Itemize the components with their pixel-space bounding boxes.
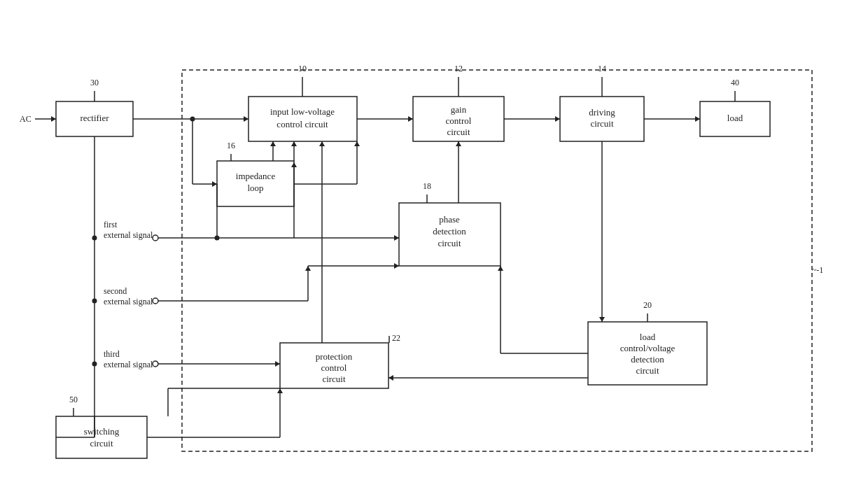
first-external-node — [153, 235, 158, 241]
ac-arrow — [51, 116, 56, 122]
junction-310-340 — [215, 236, 220, 241]
lv-control-label2: control circuit — [276, 119, 328, 129]
ref-50: 50 — [69, 395, 78, 404]
junction-first — [92, 236, 97, 241]
arrow-imp-right-up — [354, 141, 360, 146]
arrow-to-imp — [212, 181, 217, 187]
ref-18: 18 — [423, 181, 431, 191]
protection-control-label3: circuit — [322, 374, 346, 384]
second-external-label2: external signal — [104, 297, 153, 306]
arrow-sw-to-prot — [277, 388, 283, 393]
ref-30: 30 — [90, 78, 99, 87]
arrow-to-driving — [555, 116, 560, 122]
arrow-phase-to-gain — [456, 141, 461, 146]
load-label: load — [727, 113, 743, 123]
ref-12: 12 — [454, 64, 463, 73]
arrow-lc-to-prot — [388, 375, 393, 381]
first-external-label1: first — [104, 220, 118, 230]
ac-label: AC — [20, 114, 31, 124]
arrow-to-lv — [244, 116, 248, 122]
first-external-label2: external signal — [104, 230, 153, 240]
third-external-label2: external signal — [104, 360, 153, 369]
ref-16: 16 — [227, 141, 235, 150]
protection-control-label2: control — [321, 362, 347, 373]
switching-circuit-label2: circuit — [90, 438, 113, 449]
third-external-label1: third — [104, 349, 120, 359]
phase-detection-label3: circuit — [438, 238, 461, 248]
ref-10: 10 — [298, 64, 307, 73]
arrow-lc-to-phase — [498, 266, 503, 271]
ref-20: 20 — [643, 300, 652, 310]
junction-second — [92, 299, 97, 304]
arrow-imp-to-lv1 — [270, 141, 276, 146]
protection-control-label1: protection — [316, 351, 353, 362]
switching-circuit-label1: switching — [84, 426, 120, 437]
arrow-second-up — [305, 266, 311, 271]
ref-40: 40 — [731, 78, 739, 87]
arrow-driving-to-loadctrl — [599, 317, 605, 322]
lv-control-label1: input low-voltage — [270, 106, 335, 117]
third-external-node — [153, 361, 158, 367]
driving-circuit-label2: circuit — [590, 118, 614, 129]
second-external-label1: second — [104, 286, 127, 296]
ref-14: 14 — [598, 64, 606, 73]
arrow-second-to-phase — [394, 263, 399, 269]
second-external-node — [153, 298, 158, 304]
junction-third — [92, 362, 97, 367]
arrow-to-load — [695, 116, 700, 122]
ref-22: 22 — [392, 333, 400, 343]
load-control-label3: detection — [631, 354, 664, 365]
rectifier-label: rectifier — [80, 113, 109, 123]
load-control-label1: load — [640, 332, 656, 342]
arrow-to-gain — [408, 116, 413, 122]
driving-circuit-label1: driving — [589, 107, 615, 118]
ref-1-label: ~-1 — [812, 265, 824, 275]
diagram-container: ~-1 rectifier 30 AC input low-voltage co… — [0, 0, 868, 487]
phase-detection-label1: phase — [439, 214, 460, 225]
phase-detection-label2: detection — [433, 226, 466, 237]
gain-control-label2: control — [446, 115, 472, 126]
load-control-label2: control/voltage — [620, 343, 676, 353]
arrow-third-to-prot — [275, 361, 280, 367]
arrow-imp-to-lv2 — [291, 141, 297, 146]
arrow-prot-to-lv — [319, 141, 325, 146]
impedance-loop-label1: impedance — [236, 171, 276, 181]
arrow-to-phase — [394, 235, 399, 241]
impedance-loop-label2: loop — [247, 183, 263, 193]
gain-control-label3: circuit — [447, 127, 470, 137]
load-control-label4: circuit — [636, 365, 659, 376]
gain-control-label1: gain — [451, 104, 467, 115]
